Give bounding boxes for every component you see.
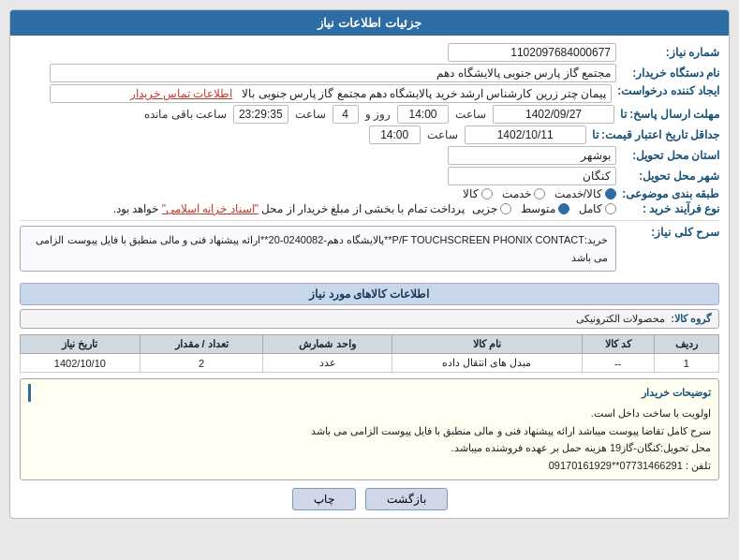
cell-tedad: 2 bbox=[140, 354, 263, 373]
note-line1: اولویت با ساخت داخل است. bbox=[28, 405, 711, 422]
tabaqe-khedmat-label: خدمت bbox=[502, 187, 531, 200]
tabaqe-kala-label: کالا bbox=[463, 187, 479, 200]
tabaqe-kalakhedmat-label: کالا/خدمت bbox=[554, 187, 602, 200]
radio-kala-icon bbox=[481, 188, 493, 199]
cell-radif: 1 bbox=[654, 354, 718, 373]
namdastgah-label: نام دستگاه خریدار: bbox=[616, 66, 719, 80]
print-button[interactable]: چاپ bbox=[292, 488, 356, 510]
note-line3: محل تحویل:کنگان-گاز19 هزینه حمل بر عهده … bbox=[28, 439, 711, 457]
ijadkonande-box: پیمان چتر زرین کارشناس ارشد خرید پالایشگ… bbox=[50, 84, 613, 103]
tabaqe-row: طبقه بندی موضوعی: کالا/خدمت خدمت bbox=[20, 187, 719, 200]
sarh-box: خرید:P/F TOUCHSCREEN PHONIX CONTACT**پال… bbox=[20, 226, 616, 272]
farayand-jozi-label: جزیی bbox=[472, 202, 497, 215]
asnadekhazane-link[interactable]: "اسناد خزانه اسلامی" bbox=[162, 202, 259, 215]
col-kod: کد کالا bbox=[582, 335, 654, 354]
namdastgah-row: نام دستگاه خریدار: مجتمع گاز پارس جنوبی … bbox=[20, 64, 719, 82]
radio-kamil-icon bbox=[605, 203, 616, 214]
shomare-niaz-value: 1102097684000677 bbox=[20, 43, 616, 62]
radio-kalakhedmat-icon bbox=[605, 188, 616, 199]
cell-naam: مبدل های انتقال داده bbox=[392, 354, 582, 373]
note-line4: تلفن : 07731466291**09170161929 bbox=[28, 457, 711, 475]
ijadkonande-value: پیمان چتر زرین کارشناس ارشد خرید پالایشگ… bbox=[20, 84, 612, 103]
mohlat-row: مهلت ارسال پاسخ: تا 1402/09/27 ساعت 14:0… bbox=[20, 105, 719, 124]
farayand-radio-motevaset[interactable]: متوسط bbox=[521, 202, 569, 215]
jadval-label: جداقل تاریخ اعتبار قیمت: تا bbox=[586, 128, 719, 141]
tamas-kharidaar-link[interactable]: اطلاعات تماس خریدار bbox=[130, 87, 233, 100]
sarh-row: سرح کلی نیاز: خرید:P/F TOUCHSCREEN PHONI… bbox=[20, 226, 719, 277]
group-label: گروه کالا: bbox=[671, 313, 711, 325]
mohlat-label: مهلت ارسال پاسخ: تا bbox=[614, 108, 719, 121]
shomare-niaz-row: شماره نیاز: 1102097684000677 bbox=[20, 43, 719, 62]
page-title: جزئیات اطلاعات نیاز bbox=[318, 16, 421, 30]
mohlat-time-box: 14:00 bbox=[397, 105, 449, 124]
jadval-value: 1402/10/11 ساعت 14:00 bbox=[20, 125, 586, 144]
ostan-value: بوشهر bbox=[20, 146, 616, 165]
kala-table-body: 1--مبدل های انتقال دادهعدد21402/10/10 bbox=[21, 354, 719, 373]
col-vahed: واحد شمارش bbox=[263, 335, 392, 354]
tabaqe-radio-kalakhedmat[interactable]: کالا/خدمت bbox=[554, 187, 616, 200]
noe-farayand-note: پرداخت تمام با بخشی از مبلغ خریدار از مح… bbox=[113, 202, 465, 215]
radio-jozi-icon bbox=[500, 203, 511, 214]
tabaqe-radio-khedmat[interactable]: خدمت bbox=[502, 187, 545, 200]
mohlat-day-box: 4 bbox=[333, 105, 359, 124]
radio-motevaset-icon bbox=[558, 203, 569, 214]
col-radif: ردیف bbox=[654, 335, 718, 354]
sarh-value: خرید:P/F TOUCHSCREEN PHONIX CONTACT**پال… bbox=[20, 226, 616, 277]
group-kala-row: گروه کالا: محصولات الکترونیکی bbox=[20, 309, 719, 329]
noe-farayand-value: کامل متوسط جزیی پرد bbox=[20, 202, 616, 215]
farayand-radio-jozi[interactable]: جزیی bbox=[472, 202, 511, 215]
namdastgah-value: مجتمع گاز پارس جنوبی پالایشگاه دهم bbox=[20, 64, 616, 82]
back-button[interactable]: بازگشت bbox=[365, 488, 448, 510]
group-value: محصولات الکترونیکی bbox=[576, 313, 665, 325]
note-line2: سرح کامل تقاضا پیوست میباشد ارائه پیشنها… bbox=[28, 422, 711, 440]
cell-tarikh: 1402/10/10 bbox=[21, 354, 140, 373]
mohlat-day-label: روز و bbox=[365, 108, 391, 121]
tabaqe-label: طبقه بندی موضوعی: bbox=[616, 187, 719, 200]
ostan-box: بوشهر bbox=[448, 146, 616, 165]
sarh-label: سرح کلی نیاز: bbox=[616, 226, 719, 239]
jadval-row: جداقل تاریخ اعتبار قیمت: تا 1402/10/11 س… bbox=[20, 125, 719, 144]
mohlat-value: 1402/09/27 ساعت 14:00 روز و 4 ساعت 23:29… bbox=[20, 105, 614, 124]
shahr-box: کنگان bbox=[448, 167, 616, 185]
noe-farayand-row: نوع فرآیند خرید : کامل متوسط bbox=[20, 202, 719, 215]
farayand-radio-kamil[interactable]: کامل bbox=[579, 202, 616, 215]
jadval-time-box: 14:00 bbox=[369, 125, 421, 144]
kala-table-header-row: ردیف کد کالا نام کالا واحد شمارش تعداد /… bbox=[21, 335, 719, 354]
shomare-niaz-box: 1102097684000677 bbox=[448, 43, 616, 62]
jadval-date-box: 1402/10/11 bbox=[465, 125, 586, 144]
cell-kod: -- bbox=[582, 354, 654, 373]
kala-table: ردیف کد کالا نام کالا واحد شمارش تعداد /… bbox=[20, 334, 719, 373]
mohlat-date-box: 1402/09/27 bbox=[493, 105, 614, 124]
mohlat-remaining-label2: ساعت باقی مانده bbox=[144, 108, 227, 121]
page-header: جزئیات اطلاعات نیاز bbox=[10, 10, 729, 36]
col-tarikh: تاریخ نیاز bbox=[21, 335, 140, 354]
ostan-label: استان محل تحویل: bbox=[616, 149, 719, 162]
col-tedad: تعداد / مقدار bbox=[140, 335, 263, 354]
table-row: 1--مبدل های انتقال دادهعدد21402/10/10 bbox=[21, 354, 719, 373]
button-row: بازگشت چاپ bbox=[20, 488, 719, 510]
farayand-motevaset-label: متوسط bbox=[521, 202, 555, 215]
shomare-niaz-label: شماره نیاز: bbox=[616, 46, 719, 59]
radio-khedmat-icon bbox=[534, 188, 545, 199]
note-label: توضیحات خریدار bbox=[28, 384, 711, 402]
kala-table-header: ردیف کد کالا نام کالا واحد شمارش تعداد /… bbox=[21, 335, 719, 354]
ijadkonande-label: ایجاد کننده درخواست: bbox=[612, 84, 719, 97]
mohlat-remaining-label1: ساعت bbox=[295, 108, 326, 121]
ijadkonande-row: ایجاد کننده درخواست: پیمان چتر زرین کارش… bbox=[20, 84, 719, 103]
tabaqe-radio-kala[interactable]: کالا bbox=[463, 187, 493, 200]
tabaqe-value: کالا/خدمت خدمت کالا bbox=[20, 187, 616, 200]
cell-vahed: عدد bbox=[263, 354, 392, 373]
noe-farayand-label: نوع فرآیند خرید : bbox=[616, 202, 719, 215]
mohlat-time-label: ساعت bbox=[455, 108, 486, 121]
namdastgah-box: مجتمع گاز پارس جنوبی پالایشگاه دهم bbox=[50, 64, 616, 82]
jadval-time-label: ساعت bbox=[427, 128, 458, 141]
shahr-row: شهر محل تحویل: کنگان bbox=[20, 167, 719, 185]
note-box: توضیحات خریدار اولویت با ساخت داخل است. … bbox=[20, 378, 719, 479]
farayand-kamil-label: کامل bbox=[579, 202, 602, 215]
divider-1 bbox=[20, 220, 719, 221]
ostan-row: استان محل تحویل: بوشهر bbox=[20, 146, 719, 165]
shahr-label: شهر محل تحویل: bbox=[616, 169, 719, 183]
mohlat-remaining-box: 23:29:35 bbox=[233, 105, 288, 124]
col-naam: نام کالا bbox=[392, 335, 582, 354]
ettelaat-header: اطلاعات کالاهای مورد نیاز bbox=[20, 283, 719, 305]
